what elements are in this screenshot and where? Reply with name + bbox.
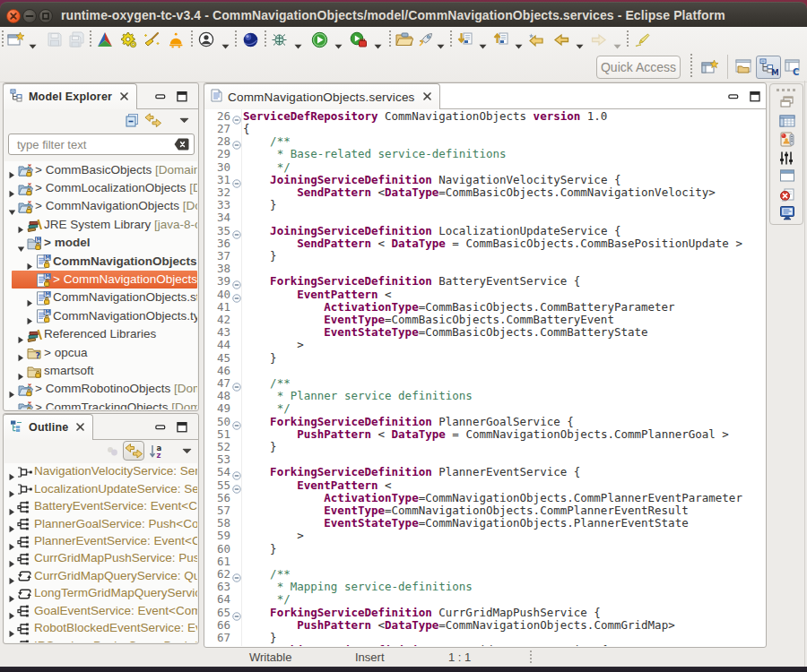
editor-tab-close-icon[interactable] xyxy=(422,89,432,105)
maximize-view-button[interactable] xyxy=(176,420,190,433)
resource-perspective-button[interactable] xyxy=(733,57,753,77)
save-all-button[interactable] xyxy=(68,30,85,49)
outline-item[interactable]: NavigationVelocityService: Send<CommBasi… xyxy=(4,463,197,480)
tree-expander-collapsed-icon[interactable] xyxy=(26,313,33,320)
tree-item[interactable]: MCommNavigationObjects.types xyxy=(4,307,197,325)
tree-expander-collapsed-icon[interactable] xyxy=(17,349,24,357)
fold-marker-icon[interactable] xyxy=(232,137,241,146)
outline-item[interactable]: BatteryEventService: Event<CommBasicObje… xyxy=(4,498,197,515)
maximize-view-button[interactable] xyxy=(176,90,190,102)
outline-item[interactable]: PlannerGoalService: Push<CommNavigationO… xyxy=(4,515,197,532)
minimize-view-button[interactable] xyxy=(154,420,169,433)
filter-input[interactable]: type filter text xyxy=(17,138,86,151)
mark-occurrences-button[interactable] xyxy=(633,30,651,49)
deploy-button[interactable] xyxy=(417,30,435,49)
model-explorer-tab-close-icon[interactable] xyxy=(119,89,129,105)
restore-views-button[interactable] xyxy=(779,95,795,111)
link-with-editor-button[interactable] xyxy=(123,441,144,461)
tree-expander-collapsed-icon[interactable] xyxy=(8,167,15,174)
sort-button[interactable]: az xyxy=(147,442,165,460)
tree-item[interactable]: MCommNavigationObjects.parameters xyxy=(4,253,197,271)
fold-marker-icon[interactable] xyxy=(232,418,241,426)
back-button[interactable] xyxy=(552,30,570,49)
outline-item[interactable]: PlannerEventService: Event<CommNavigatio… xyxy=(4,533,197,550)
next-annotation-button-dropdown[interactable] xyxy=(479,37,487,42)
problems-view-button[interactable] xyxy=(779,187,795,203)
tree-expander-collapsed-icon[interactable] xyxy=(17,368,24,375)
smartmdsd-generate-button[interactable] xyxy=(96,30,114,49)
tree-expander-collapsed-icon[interactable] xyxy=(8,504,15,511)
tree-item[interactable]: ?> opcua xyxy=(4,344,197,362)
tree-expander-collapsed-icon[interactable] xyxy=(8,607,15,615)
outline-item[interactable]: CurrGridMapQueryService: Query<CommNavig… xyxy=(4,568,197,585)
tree-expander-collapsed-icon[interactable] xyxy=(8,486,15,493)
tab-outline[interactable]: Outline xyxy=(4,414,93,440)
minimize-view-button[interactable] xyxy=(154,90,169,102)
run-button[interactable] xyxy=(311,30,328,49)
tree-expander-collapsed-icon[interactable] xyxy=(8,556,15,563)
console-view-button[interactable] xyxy=(779,205,795,221)
fold-marker-icon[interactable] xyxy=(232,379,241,388)
new-button-dropdown[interactable] xyxy=(29,37,37,42)
tree-expander-collapsed-icon[interactable] xyxy=(8,590,15,598)
tree-expander-collapsed-icon[interactable] xyxy=(8,469,15,476)
minimize-editor-button[interactable] xyxy=(727,90,742,102)
tab-model-explorer[interactable]: Model Explorer xyxy=(4,83,137,109)
modeling-perspective-button[interactable]: M xyxy=(756,56,781,79)
tree-item[interactable]: > CommRobotinoObjects [DomainModels xyxy=(4,381,197,399)
cpp-perspective-button[interactable]: C xyxy=(784,57,803,77)
editor-body[interactable]: 2627282930313233343536373839404142434445… xyxy=(205,109,765,646)
tray-drag-handle[interactable] xyxy=(777,89,798,91)
robot-button[interactable] xyxy=(167,30,185,49)
tab-editor[interactable]: CommNavigationObjects.services xyxy=(204,83,440,109)
clean-button[interactable] xyxy=(143,30,161,49)
link-with-editor-button[interactable] xyxy=(144,111,162,129)
tree-expander-collapsed-icon[interactable] xyxy=(17,221,24,228)
back-button-dropdown[interactable] xyxy=(576,37,584,42)
filters-view-button[interactable] xyxy=(779,151,795,167)
forward-button[interactable] xyxy=(590,30,608,49)
fold-marker-icon[interactable] xyxy=(232,112,241,121)
outline-item[interactable]: RobotBlockedEventService: Event<CommNavi… xyxy=(4,620,197,637)
tree-item[interactable]: > CommNavigationObjects [DomainModels xyxy=(4,198,197,216)
tree-item[interactable]: > CommBasicObjects [DomainModels xyxy=(4,161,197,179)
deploy-button-dropdown[interactable] xyxy=(437,37,445,42)
maximize-editor-button[interactable] xyxy=(749,90,763,102)
filter-clear-icon[interactable] xyxy=(174,138,189,151)
window-close-button[interactable] xyxy=(6,9,21,23)
debug-button[interactable] xyxy=(271,30,288,49)
tree-expander-collapsed-icon[interactable] xyxy=(8,386,15,393)
previous-annotation-button-dropdown[interactable] xyxy=(515,37,523,42)
tree-expander-collapsed-icon[interactable] xyxy=(8,404,15,409)
external-tools-button[interactable] xyxy=(350,30,368,49)
tree-item[interactable]: > CommTrackingObjects [DomainModels xyxy=(4,399,197,409)
outline-item[interactable]: LongTermGridMapQueryService: Query<CommN… xyxy=(4,585,197,602)
web-browser-button[interactable] xyxy=(242,30,259,49)
external-tools-button-dropdown[interactable] xyxy=(374,37,382,42)
fold-marker-icon[interactable] xyxy=(232,176,241,185)
fold-marker-icon[interactable] xyxy=(232,481,241,490)
tree-expander-collapsed-icon[interactable] xyxy=(26,295,33,302)
fold-marker-icon[interactable] xyxy=(232,227,241,236)
outline-item[interactable]: GoalEventService: Event<CommNavigationOb… xyxy=(4,603,197,620)
tree-expander-collapsed-icon[interactable] xyxy=(26,258,33,265)
tree-item[interactable]: MCommNavigationObjects.structs xyxy=(4,289,197,307)
tree-item[interactable]: M> model xyxy=(4,235,197,253)
tree-item[interactable]: JRE System Library [java-8-openjdk-amd64… xyxy=(4,216,197,234)
tree-expander-collapsed-icon[interactable] xyxy=(8,538,15,546)
run-button-dropdown[interactable] xyxy=(334,37,343,42)
code-area[interactable]: ServiceDefRepository CommNavigationObjec… xyxy=(243,109,765,646)
quick-access-button[interactable]: Quick Access xyxy=(596,56,681,79)
tree-expander-collapsed-icon[interactable] xyxy=(8,185,15,193)
tree-expander-collapsed-icon[interactable] xyxy=(8,521,15,528)
save-button[interactable] xyxy=(47,30,63,49)
forward-button-dropdown[interactable] xyxy=(613,37,621,42)
fold-marker-icon[interactable] xyxy=(232,570,241,579)
view-menu-button[interactable] xyxy=(175,111,193,129)
next-annotation-button[interactable] xyxy=(456,30,473,49)
open-task-button[interactable] xyxy=(395,30,413,49)
tree-expander-expanded-icon[interactable] xyxy=(17,240,24,247)
fold-marker-icon[interactable] xyxy=(232,277,241,286)
open-perspective-button[interactable] xyxy=(700,57,720,77)
window-maximize-button[interactable] xyxy=(39,9,53,23)
